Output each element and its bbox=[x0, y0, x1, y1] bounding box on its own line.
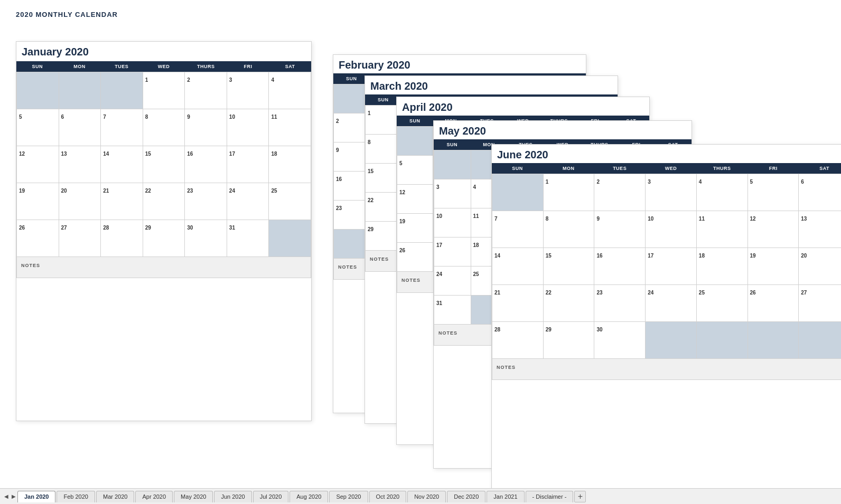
tab-disclaimer[interactable]: - Disclaimer - bbox=[526, 491, 574, 502]
table-row: 14 bbox=[101, 146, 143, 183]
header-sat: SAT bbox=[799, 163, 841, 174]
tab-dec-2020[interactable]: Dec 2020 bbox=[447, 491, 485, 502]
table-row: 10 bbox=[434, 208, 471, 237]
header-sun: SUN bbox=[397, 116, 433, 126]
table-row: 13 bbox=[59, 146, 101, 183]
january-body: 1 2 3 4 5 6 7 8 9 10 11 12 13 bbox=[16, 72, 311, 257]
header-sun: SUN bbox=[492, 163, 543, 174]
table-row: 2 bbox=[594, 174, 646, 211]
app-container: 2020 MONTHLY CALENDAR January 2020 SUN M… bbox=[0, 0, 841, 504]
header-mon: MON bbox=[543, 163, 594, 174]
table-row: 20 bbox=[799, 248, 841, 285]
header-wed: WED bbox=[646, 163, 697, 174]
table-row: 29 bbox=[143, 220, 185, 257]
header-sat: SAT bbox=[269, 61, 311, 72]
table-row: 19 bbox=[397, 214, 433, 243]
table-row bbox=[492, 174, 544, 211]
tab-sep-2020[interactable]: Sep 2020 bbox=[329, 491, 368, 502]
table-row: 21 bbox=[101, 183, 143, 220]
table-row: 9 bbox=[594, 211, 646, 248]
table-row bbox=[799, 322, 841, 359]
tab-jan-2021[interactable]: Jan 2021 bbox=[487, 491, 524, 502]
table-row: 18 bbox=[697, 248, 748, 285]
table-row: 12 bbox=[748, 211, 799, 248]
table-row bbox=[17, 72, 59, 109]
table-row: 5 bbox=[397, 156, 433, 185]
table-row: 8 bbox=[544, 211, 595, 248]
table-row: 29 bbox=[544, 322, 595, 359]
table-row bbox=[101, 72, 143, 109]
tab-oct-2020[interactable]: Oct 2020 bbox=[369, 491, 407, 502]
table-row: 10 bbox=[646, 211, 697, 248]
table-row: 11 bbox=[269, 109, 311, 146]
table-row: 31 bbox=[434, 296, 471, 325]
header-fri: FRI bbox=[747, 163, 799, 174]
february-title: February 2020 bbox=[333, 55, 586, 73]
calendar-january: January 2020 SUN MON TUES WED THURS FRI … bbox=[16, 41, 312, 421]
table-row: 26 bbox=[748, 285, 799, 322]
table-row: 15 bbox=[143, 146, 185, 183]
table-row: 22 bbox=[544, 285, 595, 322]
table-row: 7 bbox=[492, 211, 544, 248]
table-row: 31 bbox=[227, 220, 269, 257]
table-row: 4 bbox=[269, 72, 311, 109]
tab-aug-2020[interactable]: Aug 2020 bbox=[289, 491, 328, 502]
table-row: 23 bbox=[185, 183, 227, 220]
table-row: 27 bbox=[799, 285, 841, 322]
table-row: 26 bbox=[397, 243, 433, 272]
table-row: 25 bbox=[269, 183, 311, 220]
tab-add-button[interactable]: + bbox=[574, 491, 586, 502]
table-row: 27 bbox=[59, 220, 101, 257]
table-row: 1 bbox=[544, 174, 595, 211]
table-row: 24 bbox=[434, 267, 471, 296]
table-row: 2 bbox=[185, 72, 227, 109]
tab-jul-2020[interactable]: Jul 2020 bbox=[253, 491, 289, 502]
table-row: 17 bbox=[434, 237, 471, 267]
table-row: 28 bbox=[101, 220, 143, 257]
tab-apr-2020[interactable]: Apr 2020 bbox=[135, 491, 173, 502]
header-tues: TUES bbox=[594, 163, 646, 174]
header-sun: SUN bbox=[16, 61, 59, 72]
june-notes: NOTES bbox=[492, 359, 841, 380]
table-row: 22 bbox=[143, 183, 185, 220]
tab-feb-2020[interactable]: Feb 2020 bbox=[57, 491, 95, 502]
table-row bbox=[397, 127, 433, 156]
calendar-stack: January 2020 SUN MON TUES WED THURS FRI … bbox=[16, 23, 825, 466]
tab-mar-2020[interactable]: Mar 2020 bbox=[96, 491, 134, 502]
tab-next-arrow[interactable]: ▶ bbox=[10, 491, 17, 502]
table-row: 14 bbox=[492, 248, 544, 285]
january-header: SUN MON TUES WED THURS FRI SAT bbox=[16, 61, 311, 72]
tab-may-2020[interactable]: May 2020 bbox=[174, 491, 213, 502]
table-row bbox=[697, 322, 748, 359]
january-title: January 2020 bbox=[16, 42, 311, 60]
table-row: 21 bbox=[492, 285, 544, 322]
table-row: 12 bbox=[17, 146, 59, 183]
table-row: 4 bbox=[697, 174, 748, 211]
table-row bbox=[59, 72, 101, 109]
table-row: 3 bbox=[227, 72, 269, 109]
table-row: 30 bbox=[185, 220, 227, 257]
tab-prev-arrow[interactable]: ◀ bbox=[3, 491, 10, 502]
table-row: 10 bbox=[227, 109, 269, 146]
tab-jan-2020[interactable]: Jan 2020 bbox=[17, 491, 55, 502]
table-row: 16 bbox=[185, 146, 227, 183]
table-row: 23 bbox=[594, 285, 646, 322]
table-row: 9 bbox=[185, 109, 227, 146]
table-row: 1 bbox=[143, 72, 185, 109]
table-row: 26 bbox=[17, 220, 59, 257]
tab-bar: ◀ ▶ Jan 2020 Feb 2020 Mar 2020 Apr 2020 … bbox=[0, 488, 841, 504]
table-row: 3 bbox=[646, 174, 697, 211]
header-wed: WED bbox=[143, 61, 185, 72]
may-title: May 2020 bbox=[434, 121, 692, 139]
table-row: 13 bbox=[799, 211, 841, 248]
header-fri: FRI bbox=[227, 61, 269, 72]
table-row: 6 bbox=[799, 174, 841, 211]
table-row: 15 bbox=[544, 248, 595, 285]
tab-nov-2020[interactable]: Nov 2020 bbox=[407, 491, 446, 502]
january-notes: NOTES bbox=[16, 257, 311, 278]
main-content: 2020 MONTHLY CALENDAR January 2020 SUN M… bbox=[0, 0, 841, 488]
table-row bbox=[269, 220, 311, 257]
calendar-june: June 2020 SUN MON TUES WED THURS FRI SAT bbox=[491, 144, 841, 488]
march-title: March 2020 bbox=[365, 76, 618, 94]
tab-jun-2020[interactable]: Jun 2020 bbox=[214, 491, 251, 502]
